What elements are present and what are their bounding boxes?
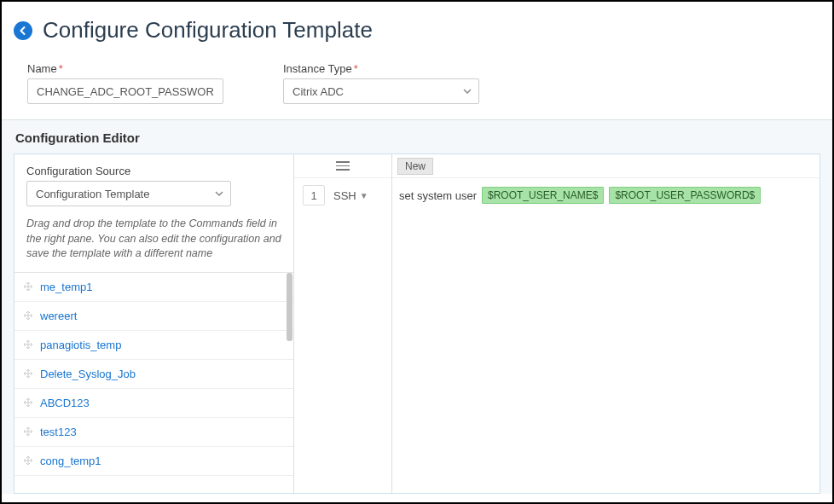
template-item[interactable]: wereert: [14, 302, 293, 331]
template-name: panagiotis_temp: [40, 339, 121, 351]
new-badge: New: [397, 158, 433, 175]
command-line[interactable]: set system user $ROOT_USER_NAME$ $ROOT_U…: [392, 178, 820, 212]
template-name: test123: [40, 426, 77, 438]
drag-handle-icon: [23, 310, 33, 321]
command-text: set system user: [399, 189, 477, 202]
config-source-label: Configuration Source: [26, 165, 281, 177]
commands-panel: New set system user $ROOT_USER_NAME$ $RO…: [392, 154, 820, 493]
template-name: cong_temp1: [40, 455, 101, 467]
template-item[interactable]: cong_temp1: [14, 447, 293, 476]
variable-pill[interactable]: $ROOT_USER_PASSWORD$: [609, 187, 761, 204]
gutter-panel: 1 SSH ▼: [294, 154, 392, 493]
chevron-down-icon: ▼: [360, 191, 368, 200]
source-panel: Configuration Source Configuration Templ…: [14, 154, 294, 493]
template-item[interactable]: test123: [14, 418, 293, 447]
drag-handle-icon: [23, 397, 33, 408]
template-name: Delete_Syslog_Job: [40, 368, 136, 380]
drag-handle-icon: [23, 281, 33, 292]
template-list[interactable]: me_temp1 wereert panagiotis_temp: [14, 272, 293, 494]
drag-handle-icon: [23, 368, 33, 379]
menu-icon[interactable]: [336, 161, 350, 171]
template-item[interactable]: ABCD123: [14, 389, 293, 418]
line-number: 1: [303, 185, 325, 206]
config-source-select[interactable]: Configuration Template: [26, 181, 231, 206]
scrollbar[interactable]: [287, 273, 292, 341]
back-button[interactable]: [14, 21, 32, 40]
template-name: wereert: [40, 310, 77, 322]
protocol-select[interactable]: SSH ▼: [333, 189, 368, 202]
name-field[interactable]: [27, 78, 223, 104]
template-item[interactable]: panagiotis_temp: [14, 331, 293, 360]
instance-type-select[interactable]: Citrix ADC: [283, 78, 479, 104]
name-label: Name*: [27, 62, 223, 75]
page-title: Configure Configuration Template: [43, 17, 373, 43]
template-item[interactable]: me_temp1: [14, 273, 293, 302]
variable-pill[interactable]: $ROOT_USER_NAME$: [482, 187, 604, 204]
drag-handle-icon: [23, 455, 33, 466]
arrow-left-icon: [18, 26, 28, 36]
template-name: ABCD123: [40, 397, 90, 409]
template-name: me_temp1: [40, 281, 92, 293]
drag-handle-icon: [23, 339, 33, 350]
drag-handle-icon: [23, 426, 33, 437]
drag-drop-hint: Drag and drop the template to the Comman…: [26, 217, 281, 262]
editor-title: Configuration Editor: [14, 130, 820, 145]
template-item[interactable]: Delete_Syslog_Job: [14, 360, 293, 389]
instance-type-label: Instance Type*: [283, 62, 479, 75]
